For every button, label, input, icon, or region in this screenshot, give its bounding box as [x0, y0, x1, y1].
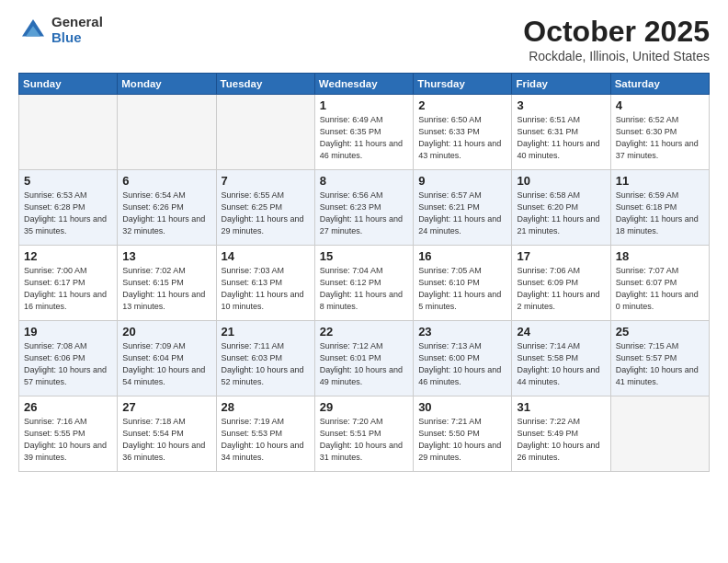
- day-info: Sunrise: 6:53 AMSunset: 6:28 PMDaylight:…: [24, 190, 112, 237]
- calendar-cell: 5Sunrise: 6:53 AMSunset: 6:28 PMDaylight…: [19, 170, 118, 246]
- day-info: Sunrise: 6:59 AMSunset: 6:18 PMDaylight:…: [616, 190, 704, 237]
- day-number: 13: [122, 249, 210, 263]
- calendar-week-5: 26Sunrise: 7:16 AMSunset: 5:55 PMDayligh…: [19, 396, 710, 472]
- calendar-cell: [216, 95, 314, 170]
- page: General Blue October 2025 Rockdale, Illi…: [0, 0, 728, 563]
- calendar-cell: [118, 95, 216, 170]
- day-number: 26: [24, 400, 112, 414]
- day-number: 19: [24, 325, 112, 339]
- calendar-cell: 26Sunrise: 7:16 AMSunset: 5:55 PMDayligh…: [19, 396, 118, 472]
- calendar-header-friday: Friday: [512, 74, 610, 95]
- day-number: 15: [320, 249, 408, 263]
- day-info: Sunrise: 7:09 AMSunset: 6:04 PMDaylight:…: [122, 340, 210, 388]
- day-info: Sunrise: 6:58 AMSunset: 6:20 PMDaylight:…: [517, 190, 605, 237]
- month-title: October 2025: [523, 15, 710, 49]
- day-info: Sunrise: 7:19 AMSunset: 5:53 PMDaylight:…: [222, 416, 310, 464]
- calendar-cell: 27Sunrise: 7:18 AMSunset: 5:54 PMDayligh…: [118, 396, 216, 472]
- day-info: Sunrise: 7:16 AMSunset: 5:55 PMDaylight:…: [24, 416, 112, 464]
- header: General Blue October 2025 Rockdale, Illi…: [18, 15, 710, 63]
- calendar-cell: [610, 396, 709, 472]
- logo-text: General Blue: [51, 15, 103, 45]
- calendar-cell: 13Sunrise: 7:02 AMSunset: 6:15 PMDayligh…: [118, 246, 216, 321]
- location: Rockdale, Illinois, United States: [523, 49, 710, 63]
- day-number: 9: [418, 174, 506, 188]
- calendar-cell: 19Sunrise: 7:08 AMSunset: 6:06 PMDayligh…: [19, 321, 118, 396]
- calendar-cell: 6Sunrise: 6:54 AMSunset: 6:26 PMDaylight…: [118, 170, 216, 246]
- logo-icon: [18, 16, 48, 45]
- day-number: 12: [24, 249, 112, 263]
- day-info: Sunrise: 7:13 AMSunset: 6:00 PMDaylight:…: [418, 340, 506, 388]
- day-info: Sunrise: 6:56 AMSunset: 6:23 PMDaylight:…: [320, 190, 408, 237]
- calendar-cell: 4Sunrise: 6:52 AMSunset: 6:30 PMDaylight…: [610, 95, 709, 170]
- calendar-cell: 11Sunrise: 6:59 AMSunset: 6:18 PMDayligh…: [610, 170, 709, 246]
- day-info: Sunrise: 7:07 AMSunset: 6:07 PMDaylight:…: [616, 265, 704, 313]
- calendar-header-monday: Monday: [118, 74, 216, 95]
- day-info: Sunrise: 7:12 AMSunset: 6:01 PMDaylight:…: [320, 340, 408, 388]
- day-number: 28: [222, 400, 310, 414]
- day-number: 29: [320, 400, 408, 414]
- day-number: 5: [24, 174, 112, 188]
- day-number: 22: [320, 325, 408, 339]
- calendar-cell: 31Sunrise: 7:22 AMSunset: 5:49 PMDayligh…: [512, 396, 610, 472]
- day-number: 11: [616, 174, 704, 188]
- calendar-cell: 28Sunrise: 7:19 AMSunset: 5:53 PMDayligh…: [216, 396, 314, 472]
- day-number: 8: [320, 174, 408, 188]
- calendar-cell: 24Sunrise: 7:14 AMSunset: 5:58 PMDayligh…: [512, 321, 610, 396]
- logo: General Blue: [18, 15, 103, 45]
- calendar-header-thursday: Thursday: [414, 74, 512, 95]
- calendar-week-4: 19Sunrise: 7:08 AMSunset: 6:06 PMDayligh…: [19, 321, 710, 396]
- day-number: 6: [122, 174, 210, 188]
- day-number: 16: [418, 249, 506, 263]
- day-number: 14: [222, 249, 310, 263]
- day-info: Sunrise: 7:04 AMSunset: 6:12 PMDaylight:…: [320, 265, 408, 313]
- calendar-cell: 9Sunrise: 6:57 AMSunset: 6:21 PMDaylight…: [414, 170, 512, 246]
- day-info: Sunrise: 7:08 AMSunset: 6:06 PMDaylight:…: [24, 340, 112, 388]
- calendar-week-3: 12Sunrise: 7:00 AMSunset: 6:17 PMDayligh…: [19, 246, 710, 321]
- day-number: 7: [222, 174, 310, 188]
- day-number: 17: [517, 249, 605, 263]
- calendar-cell: 22Sunrise: 7:12 AMSunset: 6:01 PMDayligh…: [314, 321, 413, 396]
- day-number: 30: [418, 400, 506, 414]
- calendar-week-2: 5Sunrise: 6:53 AMSunset: 6:28 PMDaylight…: [19, 170, 710, 246]
- day-number: 21: [222, 325, 310, 339]
- day-number: 2: [418, 98, 506, 112]
- calendar-header-sunday: Sunday: [19, 74, 118, 95]
- day-number: 27: [122, 400, 210, 414]
- day-number: 10: [517, 174, 605, 188]
- day-number: 25: [616, 325, 704, 339]
- calendar-header-saturday: Saturday: [610, 74, 709, 95]
- calendar-cell: 18Sunrise: 7:07 AMSunset: 6:07 PMDayligh…: [610, 246, 709, 321]
- day-info: Sunrise: 6:52 AMSunset: 6:30 PMDaylight:…: [616, 114, 704, 162]
- day-info: Sunrise: 6:49 AMSunset: 6:35 PMDaylight:…: [320, 114, 408, 162]
- day-info: Sunrise: 6:50 AMSunset: 6:33 PMDaylight:…: [418, 114, 506, 162]
- day-number: 31: [517, 400, 605, 414]
- calendar-cell: 25Sunrise: 7:15 AMSunset: 5:57 PMDayligh…: [610, 321, 709, 396]
- day-number: 4: [616, 98, 704, 112]
- logo-blue: Blue: [51, 30, 103, 46]
- day-info: Sunrise: 6:51 AMSunset: 6:31 PMDaylight:…: [517, 114, 605, 162]
- calendar-cell: 29Sunrise: 7:20 AMSunset: 5:51 PMDayligh…: [314, 396, 413, 472]
- calendar-cell: 30Sunrise: 7:21 AMSunset: 5:50 PMDayligh…: [414, 396, 512, 472]
- day-number: 3: [517, 98, 605, 112]
- day-info: Sunrise: 7:00 AMSunset: 6:17 PMDaylight:…: [24, 265, 112, 313]
- calendar-header-row: SundayMondayTuesdayWednesdayThursdayFrid…: [19, 74, 710, 95]
- day-info: Sunrise: 7:18 AMSunset: 5:54 PMDaylight:…: [122, 416, 210, 464]
- title-block: October 2025 Rockdale, Illinois, United …: [523, 15, 710, 63]
- day-info: Sunrise: 7:05 AMSunset: 6:10 PMDaylight:…: [418, 265, 506, 313]
- calendar: SundayMondayTuesdayWednesdayThursdayFrid…: [18, 73, 710, 472]
- calendar-cell: 15Sunrise: 7:04 AMSunset: 6:12 PMDayligh…: [314, 246, 413, 321]
- day-info: Sunrise: 7:02 AMSunset: 6:15 PMDaylight:…: [122, 265, 210, 313]
- calendar-cell: 8Sunrise: 6:56 AMSunset: 6:23 PMDaylight…: [314, 170, 413, 246]
- day-info: Sunrise: 7:03 AMSunset: 6:13 PMDaylight:…: [222, 265, 310, 313]
- day-info: Sunrise: 7:20 AMSunset: 5:51 PMDaylight:…: [320, 416, 408, 464]
- day-number: 20: [122, 325, 210, 339]
- day-info: Sunrise: 7:21 AMSunset: 5:50 PMDaylight:…: [418, 416, 506, 464]
- day-info: Sunrise: 7:06 AMSunset: 6:09 PMDaylight:…: [517, 265, 605, 313]
- day-number: 24: [517, 325, 605, 339]
- day-info: Sunrise: 6:54 AMSunset: 6:26 PMDaylight:…: [122, 190, 210, 237]
- day-info: Sunrise: 6:57 AMSunset: 6:21 PMDaylight:…: [418, 190, 506, 237]
- calendar-header-tuesday: Tuesday: [216, 74, 314, 95]
- calendar-cell: 14Sunrise: 7:03 AMSunset: 6:13 PMDayligh…: [216, 246, 314, 321]
- calendar-cell: [19, 95, 118, 170]
- day-number: 1: [320, 98, 408, 112]
